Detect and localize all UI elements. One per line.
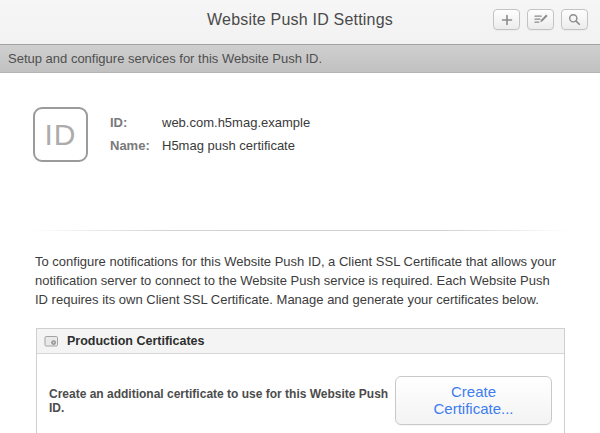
create-certificate-button[interactable]: Create Certificate... — [395, 376, 552, 425]
section-divider — [30, 230, 570, 231]
id-label: ID: — [110, 115, 158, 130]
identity-fields: ID: web.com.h5mag.example Name: H5mag pu… — [110, 107, 310, 153]
edit-button[interactable] — [527, 9, 554, 30]
panel-title: Production Certificates — [67, 334, 205, 348]
titlebar: Website Push ID Settings — [0, 0, 600, 44]
banner: Setup and configure services for this We… — [0, 44, 600, 73]
name-label: Name: — [110, 138, 158, 153]
banner-text: Setup and configure services for this We… — [8, 51, 322, 66]
id-badge: ID — [33, 107, 88, 162]
compose-icon — [534, 14, 548, 26]
search-icon — [568, 13, 581, 26]
plus-icon — [501, 14, 513, 26]
id-value: web.com.h5mag.example — [162, 115, 310, 130]
description-text: To configure notifications for this Webs… — [35, 252, 562, 309]
certificate-note: Create an additional certificate to use … — [49, 387, 395, 415]
add-button[interactable] — [493, 9, 520, 30]
panel-header: Production Certificates — [37, 329, 564, 354]
production-certificates-panel: Production Certificates Create an additi… — [36, 328, 565, 433]
panel-body: Create an additional certificate to use … — [37, 354, 564, 433]
search-button[interactable] — [561, 9, 588, 30]
certificate-icon — [44, 335, 59, 348]
identity-section: ID ID: web.com.h5mag.example Name: H5mag… — [33, 107, 600, 162]
id-badge-label: ID — [45, 118, 77, 152]
toolbar — [493, 9, 588, 30]
name-value: H5mag push certificate — [162, 138, 310, 153]
